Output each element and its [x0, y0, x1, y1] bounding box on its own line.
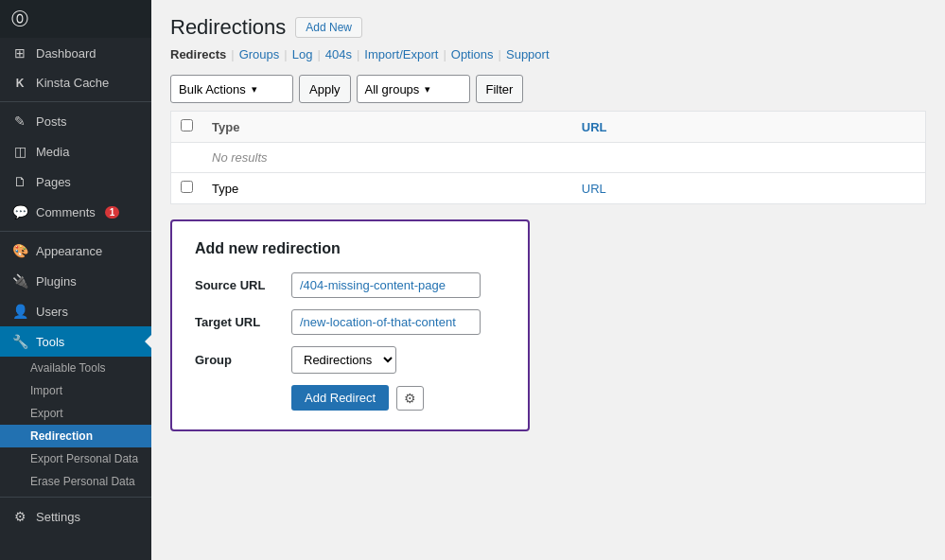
- add-new-button[interactable]: Add New: [295, 17, 362, 38]
- sidebar-item-kinsta-cache[interactable]: K Kinsta Cache: [0, 68, 151, 97]
- sidebar-item-label: Dashboard: [36, 46, 96, 61]
- users-icon: 👤: [11, 304, 28, 319]
- gear-icon: ⚙: [404, 391, 416, 406]
- appearance-icon: 🎨: [11, 243, 28, 258]
- sidebar-item-posts[interactable]: ✎ Posts: [0, 106, 151, 136]
- header-type: Type: [202, 112, 572, 143]
- group-arrow-icon: ▾: [425, 83, 430, 96]
- sub-nav-404s[interactable]: 404s: [325, 47, 352, 61]
- header-checkbox-col: [171, 112, 203, 143]
- content-area: Redirections Add New Redirects | Groups …: [151, 0, 945, 560]
- group-select[interactable]: All groups ▾: [357, 75, 470, 103]
- bottom-checkbox[interactable]: [181, 181, 193, 193]
- sub-nav-import-export[interactable]: Import/Export: [364, 47, 438, 61]
- no-results-text: No results: [202, 143, 926, 173]
- sidebar-item-plugins[interactable]: 🔌 Plugins: [0, 266, 151, 296]
- sidebar-item-tools[interactable]: 🔧 Tools: [0, 326, 151, 357]
- plugins-icon: 🔌: [11, 273, 28, 289]
- divider: [0, 497, 151, 498]
- tools-arrow-icon: [145, 334, 151, 349]
- sub-nav-options[interactable]: Options: [451, 47, 494, 61]
- pages-icon: 🗋: [11, 174, 28, 189]
- kinsta-icon: K: [11, 77, 28, 90]
- main-content: Redirections Add New Redirects | Groups …: [151, 0, 945, 560]
- sidebar-sub-erase-personal[interactable]: Erase Personal Data: [0, 470, 151, 493]
- sidebar-sub-export-personal[interactable]: Export Personal Data: [0, 447, 151, 470]
- sidebar-item-label: Kinsta Cache: [36, 76, 109, 90]
- bottom-checkbox-col: [171, 173, 203, 204]
- sidebar-item-label: Settings: [36, 510, 80, 524]
- comments-badge: 1: [105, 206, 120, 219]
- comments-icon: 💬: [11, 204, 28, 219]
- sidebar-item-comments[interactable]: 💬 Comments 1: [0, 197, 151, 227]
- form-actions: Add Redirect ⚙: [195, 385, 505, 411]
- sub-nav-groups[interactable]: Groups: [239, 47, 280, 61]
- header-url: URL: [572, 112, 926, 143]
- sidebar-item-label: Posts: [36, 114, 67, 129]
- sidebar-item-appearance[interactable]: 🎨 Appearance: [0, 236, 151, 266]
- bulk-actions-arrow-icon: ▾: [252, 83, 257, 96]
- table-row-bottom: Type URL: [171, 173, 926, 204]
- sub-nav-redirects[interactable]: Redirects: [170, 47, 226, 61]
- sidebar-item-label: Media: [36, 145, 69, 159]
- sidebar-item-settings[interactable]: ⚙ Settings: [0, 501, 151, 532]
- settings-gear-button[interactable]: ⚙: [396, 386, 424, 411]
- bulk-actions-select[interactable]: Bulk Actions ▾: [170, 75, 293, 103]
- sidebar-item-dashboard[interactable]: ⊞ Dashboard: [0, 38, 151, 68]
- sidebar-sub-import[interactable]: Import: [0, 379, 151, 402]
- select-all-checkbox[interactable]: [181, 119, 193, 131]
- sidebar-item-users[interactable]: 👤 Users: [0, 296, 151, 326]
- source-url-input[interactable]: [291, 272, 481, 298]
- tools-icon: 🔧: [11, 334, 28, 349]
- divider: [0, 231, 151, 232]
- sidebar-sub-available-tools[interactable]: Available Tools: [0, 357, 151, 379]
- wp-logo: ⓪: [0, 0, 151, 38]
- sidebar-item-label: Plugins: [36, 274, 77, 289]
- posts-icon: ✎: [11, 114, 28, 129]
- page-heading: Redirections Add New: [170, 15, 926, 40]
- add-redirect-button[interactable]: Add Redirect: [291, 385, 389, 411]
- divider: [0, 101, 151, 102]
- add-form-title: Add new redirection: [195, 240, 505, 257]
- bottom-type: Type: [202, 173, 572, 204]
- sub-nav-support[interactable]: Support: [506, 47, 550, 61]
- sidebar-item-media[interactable]: ◫ Media: [0, 136, 151, 166]
- bulk-actions-label: Bulk Actions: [179, 82, 246, 96]
- group-label: All groups: [365, 82, 420, 96]
- sidebar-sub-export[interactable]: Export: [0, 402, 151, 425]
- sidebar-item-label: Tools: [36, 335, 64, 349]
- settings-icon: ⚙: [11, 509, 28, 524]
- group-row: Group Redirections: [195, 346, 505, 374]
- sidebar-item-pages[interactable]: 🗋 Pages: [0, 166, 151, 197]
- sidebar-item-label: Pages: [36, 175, 71, 189]
- source-url-row: Source URL: [195, 272, 505, 298]
- media-icon: ◫: [11, 144, 28, 159]
- add-redirection-box: Add new redirection Source URL Target UR…: [170, 219, 530, 431]
- apply-button[interactable]: Apply: [299, 75, 351, 103]
- sidebar: ⓪ ⊞ Dashboard K Kinsta Cache ✎ Posts ◫ M…: [0, 0, 151, 560]
- target-url-label: Target URL: [195, 315, 280, 329]
- sidebar-item-label: Appearance: [36, 244, 102, 258]
- sub-nav-log[interactable]: Log: [292, 47, 313, 61]
- filter-button[interactable]: Filter: [476, 75, 524, 103]
- target-url-input[interactable]: [291, 309, 481, 335]
- sidebar-sub-redirection[interactable]: Redirection: [0, 425, 151, 447]
- page-title: Redirections: [170, 15, 286, 40]
- wp-logo-icon: ⓪: [11, 8, 28, 30]
- toolbar: Bulk Actions ▾ Apply All groups ▾ Filter: [170, 75, 926, 103]
- dashboard-icon: ⊞: [11, 45, 28, 61]
- target-url-row: Target URL: [195, 309, 505, 335]
- sidebar-item-label: Users: [36, 305, 68, 319]
- bottom-url: URL: [572, 173, 926, 204]
- table-header-row: Type URL: [171, 112, 926, 143]
- group-label: Group: [195, 353, 280, 367]
- no-results-row: No results: [171, 143, 926, 173]
- group-dropdown[interactable]: Redirections: [291, 346, 396, 374]
- sidebar-item-label: Comments: [36, 205, 96, 219]
- source-url-label: Source URL: [195, 278, 280, 292]
- sub-nav: Redirects | Groups | Log | 404s | Import…: [170, 47, 926, 61]
- redirects-table: Type URL No results Type URL: [170, 111, 926, 204]
